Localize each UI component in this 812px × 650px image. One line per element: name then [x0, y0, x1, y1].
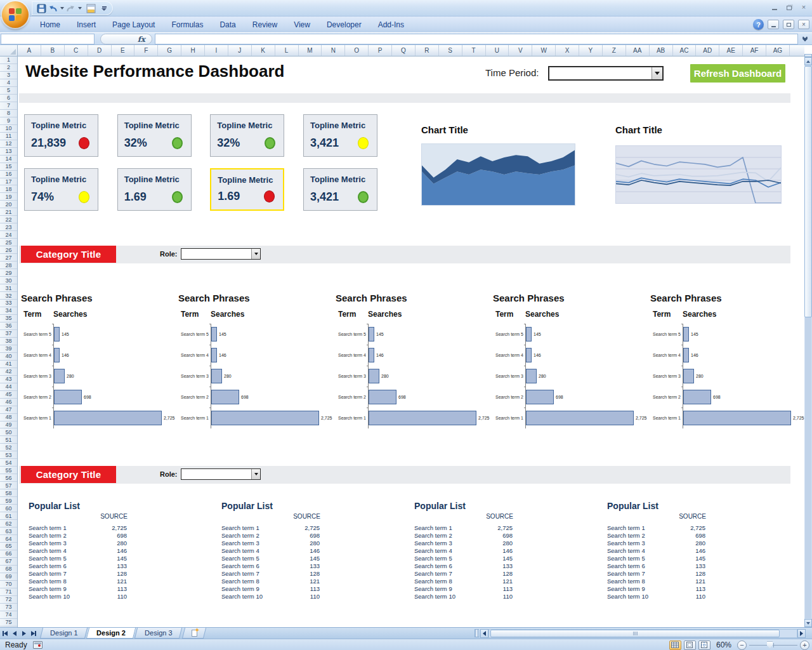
- row-header[interactable]: 69: [0, 573, 17, 581]
- row-header[interactable]: 13: [0, 148, 17, 156]
- column-header[interactable]: S: [439, 45, 462, 56]
- row-header[interactable]: 46: [0, 399, 17, 406]
- row-header[interactable]: 75: [0, 619, 17, 627]
- row-header[interactable]: 73: [0, 604, 17, 611]
- dropdown-button[interactable]: [251, 249, 260, 259]
- column-header[interactable]: Y: [579, 45, 603, 56]
- row-header[interactable]: 48: [0, 414, 17, 421]
- row-header[interactable]: 29: [0, 269, 17, 277]
- record-macro-icon[interactable]: [33, 641, 43, 649]
- vertical-scrollbar[interactable]: [804, 54, 812, 627]
- row-header[interactable]: 28: [0, 262, 17, 269]
- row-header[interactable]: 72: [0, 596, 17, 604]
- dropdown-button[interactable]: [652, 67, 662, 79]
- column-header[interactable]: T: [462, 45, 486, 56]
- row-header[interactable]: 59: [0, 497, 17, 505]
- time-period-dropdown[interactable]: [548, 66, 664, 81]
- column-header[interactable]: AD: [696, 45, 719, 56]
- column-header[interactable]: AG: [766, 45, 790, 56]
- row-header[interactable]: 53: [0, 451, 17, 459]
- row-header[interactable]: 43: [0, 376, 17, 383]
- row-header[interactable]: 63: [0, 527, 17, 535]
- page-layout-view-button[interactable]: [684, 640, 696, 650]
- row-header[interactable]: 31: [0, 284, 17, 292]
- insert-worksheet-tab[interactable]: [182, 628, 206, 639]
- redo-icon[interactable]: [66, 4, 75, 13]
- row-header[interactable]: 39: [0, 345, 17, 353]
- row-header[interactable]: 50: [0, 428, 17, 436]
- sheet-tab[interactable]: Design 3: [134, 628, 183, 639]
- ribbon-tab[interactable]: Review: [244, 17, 285, 33]
- close-button[interactable]: ×: [799, 3, 808, 10]
- horizontal-scroll-thumb[interactable]: [490, 630, 780, 637]
- row-header[interactable]: 37: [0, 330, 17, 338]
- metric-box[interactable]: Topline Metric 1.69: [210, 168, 284, 211]
- minimize-button[interactable]: [770, 3, 779, 10]
- tab-split-handle[interactable]: [475, 629, 479, 637]
- row-header[interactable]: 18: [0, 185, 17, 193]
- workbook-minimize-button[interactable]: [768, 20, 779, 29]
- column-header[interactable]: P: [369, 45, 392, 56]
- row-header[interactable]: 1: [0, 56, 17, 64]
- row-header[interactable]: 60: [0, 505, 17, 512]
- row-header[interactable]: 10: [0, 125, 17, 133]
- row-header[interactable]: 42: [0, 368, 17, 376]
- restore-button[interactable]: [785, 3, 794, 10]
- row-header[interactable]: 15: [0, 163, 17, 171]
- row-header[interactable]: 62: [0, 520, 17, 527]
- row-header[interactable]: 25: [0, 239, 17, 246]
- column-header[interactable]: C: [65, 45, 88, 56]
- row-header[interactable]: 41: [0, 361, 17, 368]
- role-dropdown[interactable]: [181, 468, 261, 480]
- column-header[interactable]: V: [509, 45, 532, 56]
- search-bar-chart[interactable]: Search term 5 145 Search term 4 146 Sear…: [21, 324, 178, 428]
- row-header[interactable]: 66: [0, 550, 17, 558]
- row-header[interactable]: 74: [0, 611, 17, 619]
- next-sheet-button[interactable]: [19, 628, 29, 639]
- row-header[interactable]: 47: [0, 406, 17, 414]
- zoom-slider[interactable]: [749, 640, 797, 650]
- workbook-restore-button[interactable]: [783, 20, 794, 29]
- metric-box[interactable]: Topline Metric 21,839: [24, 114, 98, 157]
- row-header[interactable]: 6: [0, 95, 17, 102]
- row-header[interactable]: 65: [0, 543, 17, 550]
- row-header[interactable]: 38: [0, 338, 17, 345]
- row-header[interactable]: 32: [0, 292, 17, 300]
- row-header[interactable]: 44: [0, 383, 17, 391]
- search-bar-chart[interactable]: Search term 5 145 Search term 4 146 Sear…: [336, 324, 493, 428]
- insert-function-button[interactable]: fx: [100, 34, 152, 44]
- column-header[interactable]: H: [181, 45, 205, 56]
- column-header[interactable]: J: [228, 45, 252, 56]
- first-sheet-button[interactable]: [0, 628, 10, 639]
- search-bar-chart[interactable]: Search term 5 145 Search term 4 146 Sear…: [178, 324, 336, 428]
- column-header[interactable]: AC: [673, 45, 697, 56]
- worksheet-form-icon[interactable]: [86, 4, 96, 13]
- column-header[interactable]: W: [532, 45, 556, 56]
- metric-box[interactable]: Topline Metric 1.69: [117, 168, 192, 211]
- sheet-tab[interactable]: Design 1: [40, 628, 88, 639]
- column-header[interactable]: AE: [719, 45, 743, 56]
- ribbon-tab[interactable]: Formulas: [163, 17, 211, 33]
- row-header[interactable]: 20: [0, 201, 17, 208]
- undo-dropdown-icon[interactable]: [60, 7, 64, 10]
- customize-quick-access-icon[interactable]: [102, 6, 107, 11]
- ribbon-tab[interactable]: Add-Ins: [370, 17, 412, 33]
- row-header[interactable]: 35: [0, 315, 17, 322]
- help-icon[interactable]: ?: [753, 19, 764, 30]
- office-button[interactable]: [2, 1, 29, 28]
- row-header[interactable]: 56: [0, 474, 17, 482]
- column-header[interactable]: M: [299, 45, 322, 56]
- scroll-right-button[interactable]: [797, 629, 806, 638]
- row-header[interactable]: 61: [0, 512, 17, 520]
- redo-dropdown-icon[interactable]: [78, 7, 82, 10]
- row-header[interactable]: 26: [0, 246, 17, 254]
- column-header[interactable]: U: [486, 45, 509, 56]
- row-header[interactable]: 34: [0, 307, 17, 315]
- metric-box[interactable]: Topline Metric 74%: [24, 168, 98, 211]
- row-header[interactable]: 68: [0, 566, 17, 573]
- ribbon-tab[interactable]: Page Layout: [104, 17, 163, 33]
- column-header[interactable]: I: [205, 45, 228, 56]
- row-header[interactable]: 36: [0, 322, 17, 330]
- undo-icon[interactable]: [48, 4, 58, 13]
- metric-box[interactable]: Topline Metric 32%: [210, 114, 284, 157]
